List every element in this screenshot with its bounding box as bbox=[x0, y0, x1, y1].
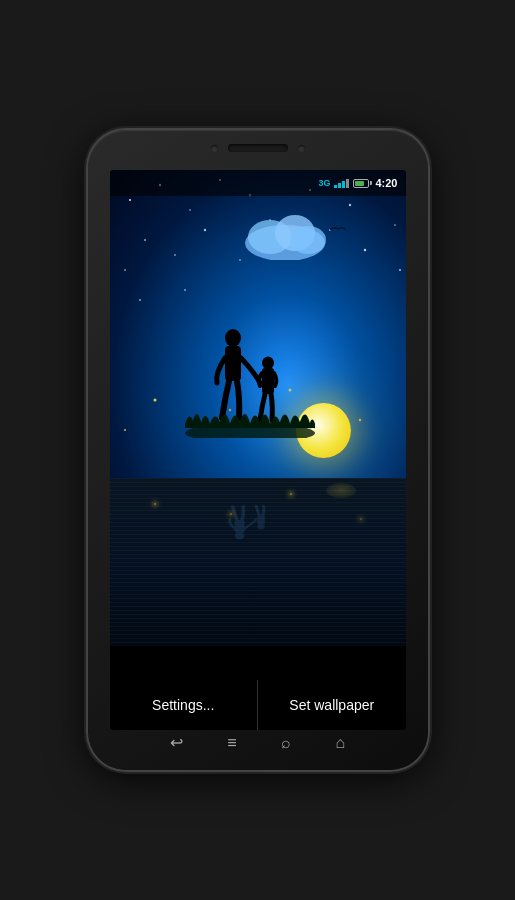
svg-point-37 bbox=[257, 524, 264, 529]
home-button[interactable]: ⌂ bbox=[336, 734, 346, 752]
firefly-reflection-2 bbox=[230, 513, 232, 515]
phone-screen: 3G 4:20 bbox=[110, 170, 406, 730]
silhouette-people bbox=[185, 308, 315, 438]
signal-bar-2 bbox=[338, 183, 341, 188]
svg-point-15 bbox=[394, 224, 396, 226]
svg-point-16 bbox=[124, 269, 126, 271]
back-button[interactable]: ↩ bbox=[170, 733, 183, 752]
svg-point-18 bbox=[139, 299, 141, 301]
moon-reflection bbox=[326, 483, 356, 498]
wallpaper-container: Settings... Set wallpaper bbox=[110, 170, 406, 730]
svg-point-20 bbox=[399, 269, 401, 271]
svg-rect-34 bbox=[262, 368, 274, 394]
signal-bar-3 bbox=[342, 181, 345, 188]
firefly-reflection-1 bbox=[154, 503, 156, 505]
svg-point-33 bbox=[262, 357, 274, 370]
settings-button[interactable]: Settings... bbox=[110, 680, 259, 730]
status-bar: 3G 4:20 bbox=[110, 170, 406, 196]
svg-point-0 bbox=[129, 199, 131, 201]
menu-button[interactable]: ≡ bbox=[227, 734, 236, 752]
phone-speaker bbox=[228, 144, 288, 152]
scene-lower bbox=[110, 478, 406, 646]
action-bar: Settings... Set wallpaper bbox=[110, 680, 406, 730]
svg-point-10 bbox=[174, 254, 176, 256]
svg-point-31 bbox=[225, 329, 241, 347]
search-button[interactable]: ⌕ bbox=[281, 734, 291, 752]
battery-fill bbox=[355, 181, 364, 186]
svg-rect-38 bbox=[257, 515, 264, 525]
phone-dot-left bbox=[211, 145, 218, 152]
status-time: 4:20 bbox=[375, 177, 397, 189]
svg-point-19 bbox=[184, 289, 186, 291]
svg-point-9 bbox=[144, 239, 146, 241]
signal-bar-1 bbox=[334, 185, 337, 188]
svg-point-2 bbox=[189, 209, 191, 211]
reflection-silhouette bbox=[185, 499, 315, 547]
svg-point-25 bbox=[124, 429, 126, 431]
svg-point-7 bbox=[348, 204, 350, 206]
battery-icon bbox=[353, 179, 369, 188]
bird-icon bbox=[330, 225, 346, 233]
scene-upper bbox=[110, 170, 406, 478]
phone-nav-bar: ↩ ≡ ⌕ ⌂ bbox=[148, 733, 368, 752]
phone-device: 3G 4:20 bbox=[88, 130, 428, 770]
set-wallpaper-button[interactable]: Set wallpaper bbox=[258, 680, 406, 730]
signal-bars bbox=[334, 179, 349, 188]
svg-point-24 bbox=[358, 419, 360, 421]
phone-dot-right bbox=[298, 145, 305, 152]
phone-top-decoration bbox=[211, 144, 305, 152]
svg-rect-32 bbox=[225, 346, 241, 381]
signal-label: 3G bbox=[318, 178, 330, 188]
svg-point-35 bbox=[234, 533, 244, 540]
svg-point-21 bbox=[153, 399, 156, 402]
svg-point-29 bbox=[290, 226, 326, 254]
firefly-reflection-4 bbox=[360, 518, 362, 520]
cloud bbox=[240, 205, 330, 260]
signal-bar-4 bbox=[346, 179, 349, 188]
svg-rect-36 bbox=[234, 520, 244, 533]
firefly-reflection-3 bbox=[290, 493, 292, 495]
svg-point-14 bbox=[363, 249, 365, 251]
svg-point-11 bbox=[203, 229, 205, 231]
